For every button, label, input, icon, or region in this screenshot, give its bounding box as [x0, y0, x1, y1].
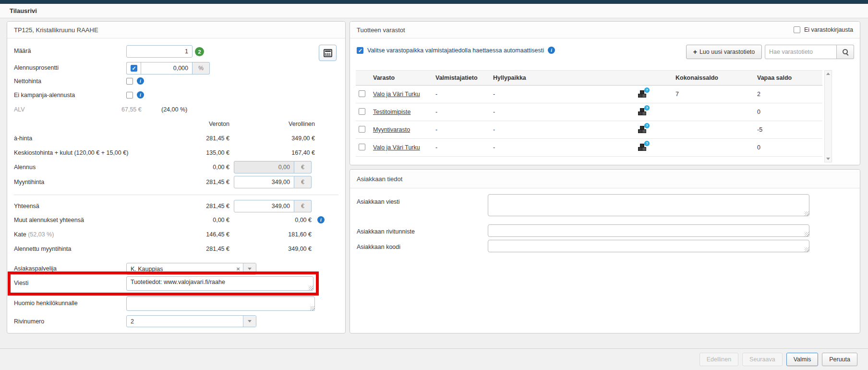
stock-boxes-icon[interactable] [637, 142, 649, 152]
product-stocks-title: Tuotteen varastot [357, 26, 405, 34]
quantity-input[interactable] [126, 45, 193, 58]
avg-purchase-gross: 167,40 € [234, 149, 315, 156]
col-shelf-location: Hyllypaikka [490, 71, 634, 86]
stock-table: Varasto Valmistajatieto Hyllypaikka Koko… [356, 70, 822, 157]
no-campaign-info-icon[interactable] [137, 91, 144, 99]
unit-price-net: 281,45 € [161, 135, 229, 142]
no-stock-entry-label: Ei varastokirjausta [804, 26, 853, 33]
stock-search-button[interactable] [837, 45, 854, 59]
vat-amount: 67,55 € [121, 106, 142, 113]
stock-search-input[interactable] [765, 45, 837, 59]
total-group: € [234, 200, 312, 212]
col-free-balance: Vapaa saldo [754, 71, 822, 86]
discount-percent-input[interactable] [141, 62, 193, 74]
salesperson-dropdown-button[interactable] [243, 263, 256, 274]
row-checkbox[interactable] [359, 126, 365, 133]
shelf-location-cell: - [490, 86, 634, 103]
warehouse-link[interactable]: Testitoimipiste [373, 109, 411, 115]
no-stock-entry-checkbox[interactable] [794, 26, 800, 33]
salesperson-value: K. Kauppias [127, 263, 233, 274]
calculator-button[interactable] [319, 45, 337, 61]
table-row: Valo ja Väri Turku - - 0 [356, 139, 822, 157]
auto-select-info-icon[interactable] [548, 47, 555, 54]
next-button[interactable]: Seuraava [742, 353, 783, 366]
message-label: Viesti [14, 280, 28, 286]
discount-percent-checkbox[interactable] [131, 65, 137, 72]
quantity-badge: 2 [195, 47, 204, 56]
total-balance-cell [673, 121, 754, 139]
total-input[interactable] [234, 200, 294, 212]
scroll-down-icon[interactable] [826, 158, 830, 160]
customer-row-id-input[interactable] [488, 224, 809, 237]
dialog-footer: Edellinen Seuraava Valmis Peruuta [0, 348, 868, 370]
cancel-button[interactable]: Peruuta [822, 353, 857, 366]
customer-message-textarea[interactable] [488, 194, 809, 216]
warehouse-link[interactable]: Valo ja Väri Turku [373, 91, 420, 98]
stock-boxes-icon[interactable] [637, 107, 649, 116]
row-checkbox[interactable] [359, 90, 365, 97]
scroll-up-icon[interactable] [826, 73, 830, 75]
auto-select-label: Valitse varastopaikka valmistajatiedolla… [367, 47, 544, 54]
table-row: Myyntivarasto - - -5 [356, 121, 822, 139]
warehouse-link[interactable]: Valo ja Väri Turku [373, 144, 420, 151]
product-stocks-header: Tuotteen varastot Ei varastokirjausta [350, 22, 860, 38]
select-all-column [356, 71, 370, 86]
question-badge-icon [644, 123, 650, 128]
product-title: TP125, Kristallikruunu RAAHE [14, 26, 98, 34]
stock-boxes-icon[interactable] [637, 89, 649, 99]
sale-price-group: € [234, 176, 312, 188]
table-scrollbar[interactable] [824, 70, 832, 162]
staff-note-textarea[interactable] [126, 296, 315, 311]
col-total-balance: Kokonaissaldo [673, 71, 754, 86]
no-stock-entry-row: Ei varastokirjausta [794, 26, 853, 33]
question-badge-icon [644, 105, 650, 111]
sale-price-input[interactable] [234, 176, 294, 188]
sale-price-net: 281,45 € [161, 179, 229, 185]
row-number-dropdown-button[interactable] [243, 316, 256, 327]
shelf-location-cell: - [490, 103, 634, 121]
total-euro-suffix: € [294, 200, 312, 212]
avg-purchase-net: 135,00 € [161, 149, 229, 156]
discount-amount-input[interactable] [234, 161, 294, 173]
salesperson-clear-icon[interactable]: × [233, 263, 243, 274]
section-divider [14, 195, 338, 195]
row-checkbox[interactable] [359, 108, 365, 115]
margin-net: 146,45 € [161, 231, 229, 238]
net-price-row [126, 77, 144, 85]
other-discounts-info-icon[interactable] [317, 216, 325, 223]
quantity-label: Määrä [14, 48, 31, 54]
row-checkbox[interactable] [359, 144, 365, 150]
net-price-checkbox[interactable] [126, 78, 133, 85]
customer-code-label: Asiakkaan koodi [357, 244, 400, 250]
vat-percent: (24,00 %) [161, 106, 187, 113]
discount-percent-label: Alennusprosentti [14, 64, 59, 71]
net-price-info-icon[interactable] [137, 77, 144, 85]
previous-button[interactable]: Edellinen [699, 353, 738, 366]
no-campaign-label: Ei kampanja-alennusta [14, 92, 75, 99]
col-manufacturer-info: Valmistajatieto [433, 71, 490, 86]
message-textarea[interactable]: Tuotetiedot: www.valojavari.fi/raahe [126, 276, 313, 291]
stock-boxes-icon[interactable] [637, 124, 649, 134]
row-number-select[interactable]: 2 [126, 315, 256, 327]
customer-info-header: Asiakkaan tiedot [350, 170, 860, 188]
row-number-label: Rivinumero [14, 318, 44, 325]
customer-code-input[interactable] [488, 240, 809, 252]
search-icon [842, 49, 849, 55]
create-stock-record-button[interactable]: + Luo uusi varastotieto [686, 45, 762, 59]
free-balance-cell: -5 [754, 121, 822, 139]
customer-info-title: Asiakkaan tiedot [357, 175, 402, 183]
salesperson-select[interactable]: K. Kauppias × [126, 263, 256, 275]
done-button[interactable]: Valmis [786, 353, 819, 366]
tilausrivi-dialog: Tilausrivi TP125, Kristallikruunu RAAHE … [0, 0, 868, 370]
auto-select-checkbox[interactable] [357, 47, 363, 54]
customer-row-id-label: Asiakkaan rivitunniste [357, 228, 415, 235]
no-campaign-checkbox[interactable] [126, 92, 133, 99]
manufacturer-info-cell: - [433, 121, 490, 139]
calculator-icon [324, 49, 332, 57]
warehouse-link[interactable]: Myyntivarasto [373, 126, 410, 133]
discount-net: 0,00 € [161, 164, 229, 171]
total-net: 281,45 € [161, 203, 229, 210]
other-discounts-gross: 0,00 € [234, 217, 312, 223]
staff-note-label: Huomio henkilökunnalle [14, 300, 78, 307]
discount-percent-group: % [126, 62, 210, 74]
